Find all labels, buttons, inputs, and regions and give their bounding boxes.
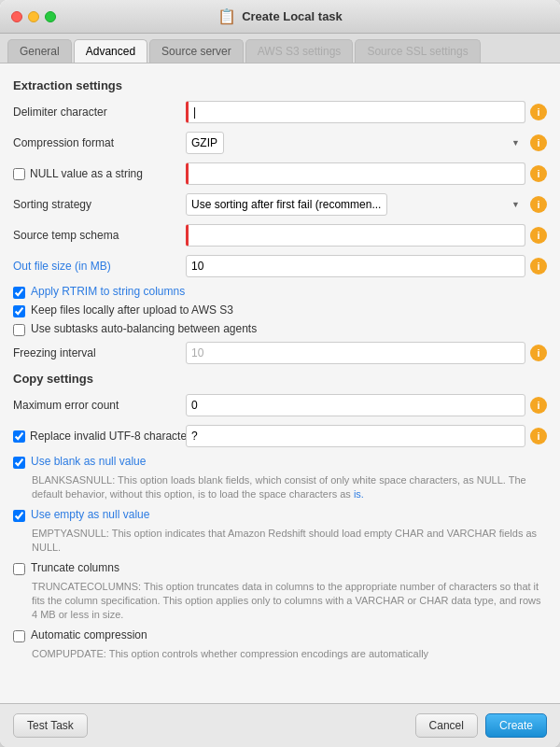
auto-compress-description: COMPUPDATE: This option controls whether… bbox=[32, 647, 547, 661]
freezing-row: Freezing interval i bbox=[13, 341, 547, 365]
tab-bar: General Advanced Source server AWS S3 se… bbox=[0, 34, 560, 63]
max-error-row: Maximum error count i bbox=[13, 393, 547, 417]
compression-label: Compression format bbox=[13, 136, 186, 149]
compression-select[interactable]: GZIP None BZ2 LZO bbox=[186, 132, 224, 154]
max-error-info-icon[interactable]: i bbox=[530, 397, 547, 414]
freezing-label: Freezing interval bbox=[13, 346, 186, 359]
cancel-button[interactable]: Cancel bbox=[415, 713, 478, 738]
compression-row: Compression format GZIP None BZ2 LZO i bbox=[13, 131, 547, 155]
auto-compress-checkbox[interactable] bbox=[13, 630, 25, 642]
replace-invalid-info-icon[interactable]: i bbox=[530, 428, 547, 444]
main-window: 📋 Create Local task General Advanced Sou… bbox=[0, 0, 560, 747]
sorting-label: Sorting strategy bbox=[13, 198, 186, 211]
replace-invalid-label: Replace invalid UTF-8 character bbox=[30, 430, 190, 443]
tab-aws-s3: AWS S3 settings bbox=[245, 39, 354, 63]
null-value-checkbox[interactable] bbox=[13, 168, 25, 180]
compression-control: GZIP None BZ2 LZO i bbox=[186, 132, 547, 154]
out-file-input[interactable] bbox=[186, 255, 525, 277]
delimiter-input[interactable] bbox=[186, 101, 525, 123]
source-temp-input[interactable] bbox=[186, 224, 525, 247]
use-blank-description: BLANKSASNULL: This option loads blank fi… bbox=[32, 473, 547, 502]
use-empty-row: Use empty as null value bbox=[13, 508, 547, 522]
truncate-row: Truncate columns bbox=[13, 561, 547, 575]
replace-invalid-input[interactable] bbox=[186, 425, 525, 447]
source-temp-control: i bbox=[186, 224, 547, 247]
use-subtasks-row: Use subtasks auto-balancing between agen… bbox=[13, 322, 547, 336]
tab-general[interactable]: General bbox=[7, 39, 72, 63]
apply-rtrim-checkbox[interactable] bbox=[13, 287, 25, 299]
max-error-control: i bbox=[186, 394, 547, 416]
titlebar: 📋 Create Local task bbox=[0, 0, 560, 34]
replace-invalid-checkbox[interactable] bbox=[13, 430, 25, 443]
sorting-select[interactable]: Use sorting after first fail (recommen..… bbox=[186, 193, 387, 216]
truncate-description: TRUNCATECOLUMNS: This option truncates d… bbox=[32, 580, 547, 623]
max-error-input[interactable] bbox=[186, 394, 525, 416]
maximize-button[interactable] bbox=[45, 11, 56, 22]
compression-info-icon[interactable]: i bbox=[530, 134, 547, 151]
minimize-button[interactable] bbox=[28, 11, 39, 22]
null-value-row: NULL value as a string i bbox=[13, 162, 547, 186]
use-blank-row: Use blank as null value bbox=[13, 455, 547, 469]
freezing-info-icon[interactable]: i bbox=[530, 345, 547, 361]
freezing-input[interactable] bbox=[186, 342, 525, 364]
create-button[interactable]: Create bbox=[485, 713, 547, 738]
freezing-control: i bbox=[186, 342, 547, 364]
replace-invalid-row: Replace invalid UTF-8 character i bbox=[13, 424, 547, 448]
sorting-select-wrapper: Use sorting after first fail (recommen..… bbox=[186, 193, 525, 216]
source-temp-info-icon[interactable]: i bbox=[530, 227, 547, 244]
use-subtasks-label: Use subtasks auto-balancing between agen… bbox=[31, 322, 257, 335]
tab-source-ssl: Source SSL settings bbox=[355, 39, 480, 63]
out-file-info-icon[interactable]: i bbox=[530, 258, 547, 275]
truncate-checkbox[interactable] bbox=[13, 563, 25, 575]
keep-files-row: Keep files locally after upload to AWS S… bbox=[13, 303, 547, 317]
null-value-control: i bbox=[186, 162, 547, 185]
null-value-label: NULL value as a string bbox=[30, 167, 143, 180]
use-empty-description: EMPTYASNULL: This option indicates that … bbox=[32, 527, 547, 556]
close-button[interactable] bbox=[11, 11, 22, 22]
use-empty-label: Use empty as null value bbox=[31, 508, 149, 521]
tab-source-server[interactable]: Source server bbox=[149, 39, 244, 63]
keep-files-label: Keep files locally after upload to AWS S… bbox=[31, 303, 233, 317]
sorting-info-icon[interactable]: i bbox=[530, 196, 547, 213]
replace-invalid-control: i bbox=[186, 425, 547, 447]
truncate-label: Truncate columns bbox=[31, 561, 119, 574]
footer-right-buttons: Cancel Create bbox=[415, 713, 547, 738]
out-file-row: Out file size (in MB) i bbox=[13, 254, 547, 278]
copy-section-title: Copy settings bbox=[13, 372, 547, 386]
title-icon: 📋 bbox=[217, 7, 236, 25]
use-blank-checkbox[interactable] bbox=[13, 457, 25, 469]
source-temp-row: Source temp schema i bbox=[13, 223, 547, 247]
use-empty-checkbox[interactable] bbox=[13, 510, 25, 522]
auto-compress-row: Automatic compression bbox=[13, 628, 547, 642]
apply-rtrim-label: Apply RTRIM to string columns bbox=[31, 285, 185, 298]
max-error-label: Maximum error count bbox=[13, 399, 186, 412]
out-file-control: i bbox=[186, 255, 547, 277]
footer: Test Task Cancel Create bbox=[0, 703, 560, 747]
compression-select-wrapper: GZIP None BZ2 LZO bbox=[186, 132, 525, 154]
null-value-info-icon[interactable]: i bbox=[530, 165, 547, 182]
delimiter-label: Delimiter character bbox=[13, 106, 186, 119]
extraction-section-title: Extraction settings bbox=[13, 78, 547, 92]
apply-rtrim-row: Apply RTRIM to string columns bbox=[13, 285, 547, 299]
traffic-lights bbox=[11, 11, 56, 22]
tab-advanced[interactable]: Advanced bbox=[74, 39, 147, 63]
auto-compress-label: Automatic compression bbox=[31, 628, 147, 641]
sorting-row: Sorting strategy Use sorting after first… bbox=[13, 192, 547, 217]
delimiter-row: Delimiter character i bbox=[13, 100, 547, 124]
sorting-control: Use sorting after first fail (recommen..… bbox=[186, 193, 547, 216]
out-file-label: Out file size (in MB) bbox=[13, 260, 186, 273]
source-temp-label: Source temp schema bbox=[13, 229, 186, 242]
content-area: Extraction settings Delimiter character … bbox=[0, 63, 560, 703]
use-blank-desc-link: is. bbox=[354, 488, 364, 500]
window-title: 📋 Create Local task bbox=[217, 7, 343, 25]
keep-files-checkbox[interactable] bbox=[13, 305, 25, 317]
null-value-input[interactable] bbox=[186, 162, 525, 185]
test-task-button[interactable]: Test Task bbox=[13, 713, 88, 738]
delimiter-control: i bbox=[186, 101, 547, 123]
title-text: Create Local task bbox=[242, 9, 343, 23]
use-blank-label: Use blank as null value bbox=[31, 455, 146, 468]
use-subtasks-checkbox[interactable] bbox=[13, 324, 25, 336]
delimiter-info-icon[interactable]: i bbox=[530, 104, 547, 120]
